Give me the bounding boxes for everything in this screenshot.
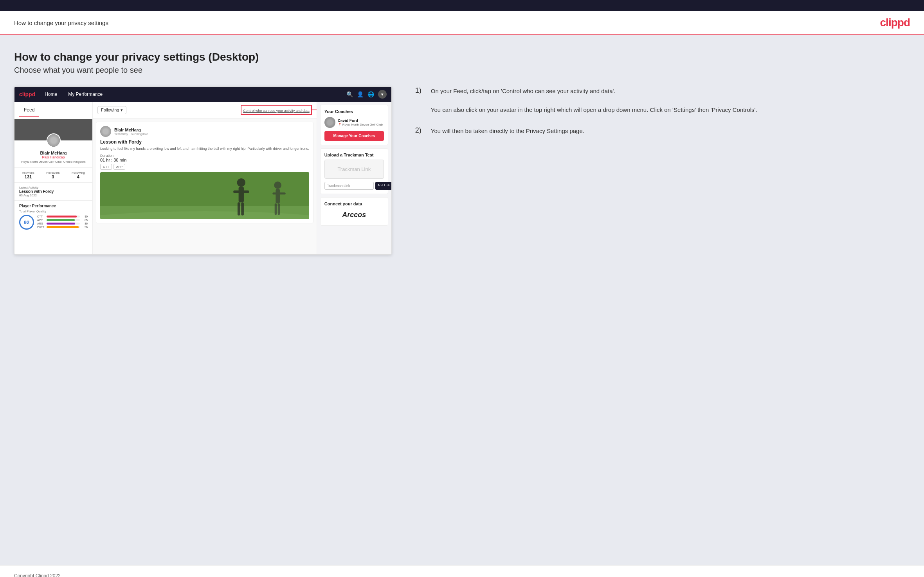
profile-info: Blair McHarg Plus Handicap Royal North D…: [14, 149, 92, 165]
stat-following: Following 4: [72, 171, 85, 179]
bar-arg-label: ARG: [37, 222, 45, 225]
trackman-placeholder: Trackman Link: [324, 160, 384, 179]
instruction-1: 1) On your Feed, click/tap on 'Control w…: [415, 86, 902, 115]
user-avatar-btn[interactable]: ▼: [378, 90, 387, 99]
latest-activity: Latest Activity Lesson with Fordy 03 Aug…: [14, 183, 92, 200]
instruction-1-number: 1): [415, 86, 425, 115]
post-tags: OTT APP: [100, 164, 309, 170]
following-button[interactable]: Following ▾: [97, 106, 126, 114]
instruction-2-text: You will then be taken directly to the P…: [431, 126, 584, 136]
bar-putt-fill: [47, 226, 79, 228]
nav-item-home[interactable]: Home: [43, 92, 59, 97]
control-link[interactable]: Control who can see your activity and da…: [243, 109, 310, 113]
bar-putt-val: 96: [81, 226, 88, 228]
latest-activity-date: 03 Aug 2022: [19, 194, 88, 197]
post-meta: Yesterday · Sunningdale: [114, 132, 148, 136]
coaches-section: Your Coaches David Ford 📍 Royal North De…: [320, 105, 388, 145]
app-screenshot: clippd Home My Performance 🔍 👤 🌐 ▼: [14, 86, 392, 255]
trackman-input[interactable]: [324, 182, 374, 190]
app-navbar: clippd Home My Performance 🔍 👤 🌐 ▼: [14, 87, 391, 102]
feed-tab[interactable]: Feed: [19, 104, 39, 117]
nav-icons: 🔍 👤 🌐 ▼: [346, 90, 387, 99]
instruction-1-text: On your Feed, click/tap on 'Control who …: [431, 86, 757, 115]
post-author-avatar: [100, 126, 111, 137]
bar-app-label: APP: [37, 219, 45, 221]
location-icon: 📍: [338, 123, 342, 126]
instructions-panel: 1) On your Feed, click/tap on 'Control w…: [407, 86, 910, 147]
main-content: How to change your privacy settings (Des…: [0, 35, 924, 565]
tag-app: APP: [113, 164, 125, 170]
connect-title: Connect your data: [324, 201, 384, 206]
profile-handicap: Plus Handicap: [18, 155, 89, 159]
performance-bars: OTT 90 APP 85: [37, 215, 88, 229]
post-duration-label: Duration 01 hr : 30 min: [100, 154, 309, 162]
quality-label: Total Player Quality: [19, 210, 88, 213]
connect-section: Connect your data Arccos: [320, 197, 388, 226]
stat-following-value: 4: [72, 174, 85, 179]
bar-putt: PUTT 96: [37, 226, 88, 228]
svg-rect-9: [276, 189, 280, 203]
feed-post: Blair McHarg Yesterday · Sunningdale Les…: [96, 122, 313, 223]
screenshot-area: clippd Home My Performance 🔍 👤 🌐 ▼: [14, 86, 910, 255]
app-feed: Following ▾ Control who can see your act…: [93, 102, 317, 254]
svg-rect-7: [241, 202, 244, 215]
coach-avatar: [324, 117, 335, 128]
bar-putt-label: PUTT: [37, 226, 45, 228]
bar-ott-fill: [47, 216, 77, 217]
stat-followers: Followers 3: [46, 171, 59, 179]
footer-text: Copyright Clippd 2022: [14, 573, 61, 577]
svg-rect-10: [272, 192, 285, 194]
footer: Copyright Clippd 2022: [0, 565, 924, 577]
instruction-2-number: 2): [415, 126, 425, 136]
svg-point-8: [274, 182, 281, 189]
globe-icon[interactable]: 🌐: [367, 91, 374, 97]
nav-item-performance[interactable]: My Performance: [67, 92, 104, 97]
screenshot-wrapper: clippd Home My Performance 🔍 👤 🌐 ▼: [14, 86, 392, 255]
app-right-panel: Your Coaches David Ford 📍 Royal North De…: [317, 102, 391, 254]
svg-rect-6: [238, 202, 240, 215]
app-body: Feed Blair McHarg Plus Handicap Royal No…: [14, 102, 391, 254]
coach-info: David Ford 📍 Royal North Devon Golf Club: [338, 119, 383, 126]
instruction-2: 2) You will then be taken directly to th…: [415, 126, 902, 136]
page-subheading: Choose what you want people to see: [14, 66, 910, 75]
following-label: Following: [101, 108, 119, 112]
trackman-section: Upload a Trackman Test Trackman Link Add…: [320, 148, 388, 194]
post-header: Blair McHarg Yesterday · Sunningdale: [100, 126, 309, 137]
header-title: How to change your privacy settings: [14, 20, 108, 26]
post-image: [100, 172, 309, 219]
feed-header: Following ▾ Control who can see your act…: [93, 102, 317, 119]
performance-body: 92 OTT 90 APP: [19, 215, 88, 230]
profile-avatar: [47, 133, 61, 147]
bar-ott-label: OTT: [37, 215, 45, 218]
player-performance: Player Performance Total Player Quality …: [14, 200, 92, 233]
svg-rect-11: [275, 203, 277, 215]
latest-activity-label: Latest Activity: [19, 186, 88, 189]
bar-arg: ARG 86: [37, 222, 88, 225]
performance-title: Player Performance: [19, 204, 88, 208]
post-duration-value: 01 hr : 30 min: [100, 158, 126, 162]
golf-image-svg: [100, 172, 309, 219]
stat-activities-value: 131: [22, 174, 34, 179]
svg-point-3: [237, 178, 245, 187]
bar-arg-val: 86: [81, 222, 88, 225]
bar-app-val: 85: [81, 219, 88, 221]
post-description: Looking to feel like my hands are exitin…: [100, 146, 309, 151]
profile-club: Royal North Devon Golf Club, United King…: [18, 160, 89, 164]
post-author-name: Blair McHarg: [114, 128, 148, 132]
manage-coaches-button[interactable]: Manage Your Coaches: [324, 131, 384, 141]
app-sidebar: Feed Blair McHarg Plus Handicap Royal No…: [14, 102, 93, 254]
chevron-down-icon: ▾: [121, 108, 123, 113]
stat-followers-value: 3: [46, 174, 59, 179]
stat-following-label: Following: [72, 171, 85, 174]
add-link-button[interactable]: Add Link: [375, 182, 391, 190]
coach-item: David Ford 📍 Royal North Devon Golf Club: [324, 117, 384, 128]
stat-activities-label: Activities: [22, 171, 34, 174]
top-bar: [0, 0, 924, 11]
bar-ott-val: 90: [81, 215, 88, 218]
bar-app-fill: [47, 219, 75, 221]
svg-rect-5: [233, 190, 249, 193]
coach-name: David Ford: [338, 119, 383, 123]
svg-rect-4: [239, 187, 244, 202]
user-icon[interactable]: 👤: [357, 91, 364, 97]
search-icon[interactable]: 🔍: [346, 91, 353, 97]
